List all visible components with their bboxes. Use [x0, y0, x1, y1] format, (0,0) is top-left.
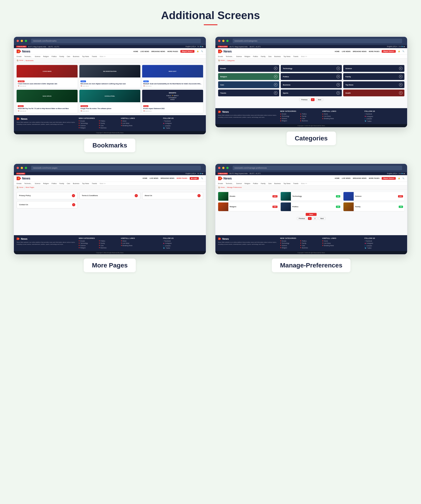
nav-breaking-mng[interactable]: BREAKING NEWS: [353, 177, 366, 179]
list-item[interactable]: Health +: [343, 90, 404, 96]
nav-more-cat[interactable]: MORE PAGES: [369, 51, 379, 52]
cat-business-mng[interactable]: Business: [274, 183, 281, 184]
nav-live-news[interactable]: LIVE NEWS: [140, 51, 149, 52]
breadcrumb-home-mng[interactable]: 🏠 Home: [218, 186, 225, 188]
cat-politics-mp[interactable]: Politics: [52, 183, 57, 184]
prev-btn[interactable]: Previous: [299, 98, 309, 101]
nav-login-cat[interactable]: Mayuri Sona ▾: [382, 50, 396, 53]
page-num-2-mng[interactable]: 2: [312, 217, 317, 220]
cat-travels-mp[interactable]: Travels: [92, 183, 97, 184]
cat-envato[interactable]: Envato: [17, 56, 22, 57]
list-item[interactable]: Top News +: [343, 81, 404, 88]
cat-politics-mng[interactable]: Politics: [253, 183, 258, 184]
list-item[interactable]: Sports +: [281, 90, 342, 96]
cat-science-mng[interactable]: Science: [236, 183, 242, 184]
nav-search-cat[interactable]: 🔍: [402, 50, 404, 52]
cat-more-mng[interactable]: More >>: [301, 183, 307, 184]
table-row[interactable]: MODI GOVT Politics Modi@8: Scale and Sus…: [142, 65, 203, 88]
table-row[interactable]: COVID NEWS Top News 4 more Omicron cases…: [17, 65, 78, 88]
cat-science[interactable]: Science: [35, 56, 41, 57]
cat-travels[interactable]: Travels: [92, 56, 97, 57]
cat-politics-c[interactable]: Politics: [253, 56, 258, 57]
list-item[interactable]: Envato +: [218, 65, 279, 72]
cat-business-c[interactable]: Business: [274, 56, 281, 57]
cat-politics[interactable]: Politics: [52, 56, 57, 57]
list-item[interactable]: About Us ›: [142, 192, 203, 199]
cat-techno-c[interactable]: Technolo...: [226, 56, 233, 57]
cat-techno-mng[interactable]: Technolo...: [226, 183, 233, 184]
cat-family-c[interactable]: Family: [261, 56, 266, 57]
nav-bell-cat[interactable]: 🔔: [398, 50, 400, 52]
nav-live-mp[interactable]: LIVE NEWS: [150, 177, 159, 179]
list-item[interactable]: Cars +: [218, 81, 279, 88]
next-btn-mng[interactable]: Next: [318, 217, 326, 220]
breadcrumb-home-cat[interactable]: 🏠 Home: [218, 60, 225, 61]
nav-breaking-cat[interactable]: BREAKING NEWS: [353, 51, 366, 52]
nav-search-mp[interactable]: 🔍: [201, 177, 203, 179]
prev-btn-mng[interactable]: Previous: [297, 217, 307, 220]
nav-search-mng[interactable]: 🔍: [402, 177, 404, 179]
nav-more-pages[interactable]: MORE PAGES: [167, 51, 178, 52]
list-item[interactable]: Technology +: [281, 65, 342, 72]
cat-cars[interactable]: Cars: [67, 56, 70, 57]
breadcrumb-home[interactable]: 🏠 Home: [17, 60, 24, 61]
nav-breaking-news[interactable]: BREAKING NEWS: [152, 51, 165, 52]
cat-travels-c[interactable]: Travels: [293, 56, 299, 57]
list-item[interactable]: Terms & Conditions ›: [79, 192, 140, 199]
list-item[interactable]: Politics ON: [281, 203, 342, 211]
list-item[interactable]: Family +: [343, 73, 404, 80]
list-item[interactable]: Travels +: [218, 90, 279, 96]
cat-topnews-mng[interactable]: Top News: [283, 183, 290, 184]
cat-techno-mp[interactable]: Technolo...: [24, 183, 32, 184]
cat-topnews[interactable]: Top News: [82, 56, 89, 57]
cat-business[interactable]: Business: [73, 56, 79, 57]
nav-live-mng[interactable]: LIVE NEWS: [342, 177, 351, 179]
list-item[interactable]: Family ON: [343, 203, 404, 211]
cat-religion-c[interactable]: Religion: [244, 56, 250, 57]
nav-login-mp[interactable]: ▶ Login: [190, 177, 199, 180]
list-item[interactable]: Politics +: [281, 73, 342, 80]
cat-family-mng[interactable]: Family: [261, 183, 266, 184]
table-row[interactable]: ENVATO PUBLIC ★ IMPACT STATEMENT ★2022 E…: [142, 90, 203, 113]
next-btn[interactable]: Next: [316, 98, 323, 101]
list-item[interactable]: Contact Us ›: [17, 201, 78, 208]
nav-home[interactable]: HOME: [133, 51, 138, 52]
nav-more-mng[interactable]: MORE PAGES: [369, 177, 379, 179]
list-item[interactable]: Privacy Policy ›: [17, 192, 78, 199]
cat-more-mp[interactable]: More >>: [100, 183, 105, 184]
list-item[interactable]: Technology ON: [281, 192, 342, 201]
toggle-fam[interactable]: ON: [399, 206, 403, 208]
cat-topnews-mp[interactable]: Top News: [82, 183, 89, 184]
nav-search[interactable]: 🔍: [201, 50, 203, 52]
cat-more-c[interactable]: More >>: [301, 56, 307, 57]
cat-religion-mng[interactable]: Religion: [244, 183, 250, 184]
cat-science-c[interactable]: Science: [236, 56, 242, 57]
nav-home-mp[interactable]: HOME: [143, 177, 147, 179]
cat-topnews-c[interactable]: Top News: [283, 56, 290, 57]
cat-religion[interactable]: Religion: [43, 56, 49, 57]
list-item[interactable]: Business +: [281, 81, 342, 88]
table-row[interactable]: GOOGLE PIXEL Technology Google Pixel 6a …: [79, 90, 140, 113]
list-item[interactable]: Religion +: [218, 73, 279, 80]
cat-envato-c[interactable]: Envato: [218, 56, 223, 57]
cat-travels-mng[interactable]: Travels: [293, 183, 299, 184]
cat-family[interactable]: Family: [59, 56, 64, 57]
cat-science-mp[interactable]: Science: [35, 183, 41, 184]
table-row[interactable]: NIA INVESTIGATION Politics NIA arrests o…: [79, 65, 140, 88]
toggle-envato[interactable]: OFF: [273, 195, 277, 198]
nav-more-pages-mp[interactable]: MORE PAGES: [177, 177, 187, 179]
toggle-tech[interactable]: ON: [336, 195, 340, 198]
list-item[interactable]: Envato OFF: [218, 192, 279, 201]
nav-bell-mng[interactable]: 🔔: [398, 177, 400, 179]
list-item[interactable]: Science +: [343, 65, 404, 72]
nav-home-mng[interactable]: HOME: [335, 177, 340, 179]
cat-cars-mp[interactable]: Cars: [67, 183, 70, 184]
nav-breaking-mp[interactable]: BREAKING NEWS: [161, 177, 174, 179]
nav-bell[interactable]: 🔔: [197, 50, 199, 52]
nav-login-mng[interactable]: Mayuri Sona ▾: [382, 177, 396, 180]
toggle-sci[interactable]: OFF: [398, 195, 403, 198]
breadcrumb-home-mp[interactable]: 🏠 Home: [17, 186, 24, 188]
save-button[interactable]: Save: [306, 213, 317, 216]
cat-cars-c[interactable]: Cars: [268, 56, 272, 57]
nav-live-cat[interactable]: LIVE NEWS: [342, 51, 351, 52]
